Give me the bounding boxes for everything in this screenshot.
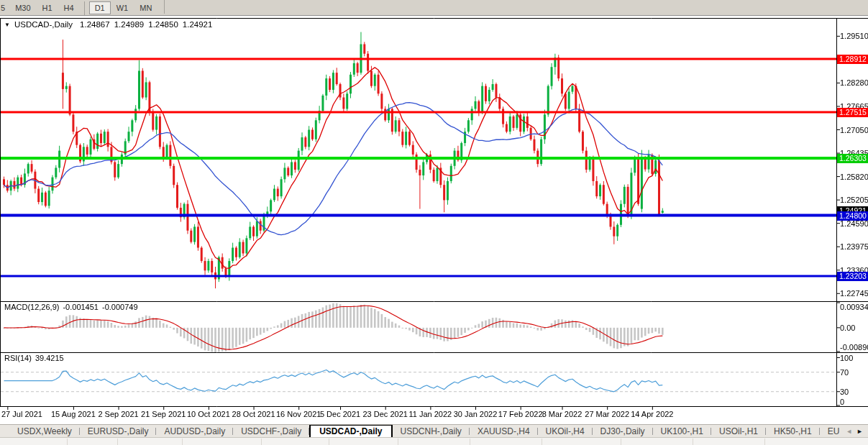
chart-tab[interactable]: XAUUSD-,H4 (470, 425, 538, 438)
rsi-indicator-label: RSI(14)39.4215 (4, 354, 68, 362)
status-separator (182, 439, 183, 445)
chart-tabbar: USDX,WeeklyEURUSD-,DailyAUDUSD-,DailyUSD… (0, 424, 868, 438)
chart-tab[interactable]: USDCHF-,Daily (233, 425, 309, 438)
timeframe-button-label: W1 (117, 4, 129, 12)
date-label: 15 Aug 2021 (51, 410, 96, 418)
rsi-value: 39.4215 (35, 354, 64, 362)
chart-symbol-label: USDCAD-,Daily (14, 20, 73, 29)
timeframe-button[interactable]: M30 (9, 1, 36, 14)
chart-canvas[interactable] (0, 0, 868, 445)
status-separator (470, 439, 470, 445)
chart-tab[interactable]: UKOil-,H4 (538, 425, 593, 438)
status-separator (693, 439, 693, 445)
chart-tab[interactable]: DJ30-,Daily (593, 425, 653, 438)
status-separator (117, 439, 118, 445)
ohlc-close: 1.24921 (183, 20, 213, 29)
macd-tick-label: -0.008902 (840, 343, 868, 352)
status-separator (398, 439, 398, 445)
status-separator (621, 439, 621, 445)
chevron-down-icon[interactable]: ▼ (4, 22, 10, 28)
chart-tab[interactable]: HK50-,H1 (766, 425, 820, 438)
date-label: 21 Sep 2021 (141, 410, 186, 418)
timeframe-button[interactable]: 5 (0, 1, 9, 14)
date-label: 14 Apr 2022 (631, 410, 673, 418)
chart-tab-label: HK50-,H1 (774, 426, 812, 436)
price-level-badge: 1.26303 (837, 154, 868, 163)
timeframe-toolbar: 5 M30 H1 H4 D1 W1 MN (0, 0, 868, 16)
chart-tab-label: USOil-,H1 (719, 426, 758, 436)
chart-tab[interactable]: UK100-,H1 (653, 425, 711, 438)
chart-tab-label: USDCAD-,Daily (319, 426, 382, 436)
date-label: 28 Oct 2021 (232, 410, 275, 418)
chart-tab[interactable]: USDX,Weekly (9, 425, 80, 438)
price-level-badge: 1.28912 (837, 55, 868, 64)
timeframe-button[interactable]: W1 (111, 1, 134, 14)
timeframe-button-label: H1 (42, 4, 52, 12)
date-label: 23 Dec 2021 (362, 410, 407, 418)
rsi-tick-label: 70 (840, 368, 849, 377)
chart-title: ▼ USDCAD-,Daily 1.24867 1.24989 1.24850 … (4, 20, 216, 29)
ohlc-high: 1.24989 (114, 20, 145, 29)
timeframe-button-label: D1 (95, 4, 105, 12)
tabs-scroll-left-icon[interactable]: ◄ (844, 428, 854, 435)
timeframe-button[interactable]: MN (134, 1, 157, 14)
price-tick-label: 1.25205 (840, 196, 868, 204)
rsi-tick-label: 100 (840, 354, 853, 362)
price-tick-label: 1.25820 (840, 173, 868, 181)
date-label: 27 Jul 2021 (1, 410, 42, 418)
chart-tab-label: DJ30-,Daily (600, 426, 645, 436)
date-label: 17 Feb 2022 (498, 410, 543, 418)
timeframe-button-label: M30 (15, 4, 30, 12)
chart-tab[interactable]: USOil-,H1 (711, 425, 766, 438)
price-tick-label: 1.22745 (840, 289, 868, 298)
status-separator (261, 439, 262, 445)
status-separator (329, 439, 329, 445)
chart-tab-label: EURUSD-,Daily (88, 426, 149, 436)
chart-tab-label: USDCHF-,Daily (241, 426, 301, 436)
chart-tab-label: USDX,Weekly (17, 426, 72, 436)
date-label: 11 Jan 2022 (408, 410, 452, 418)
date-label: 2 Sep 2021 (98, 410, 138, 418)
rsi-tick-label: 0 (840, 398, 844, 406)
chart-tab[interactable]: USDCNH-,Daily (393, 425, 470, 438)
chart-tab[interactable]: USDCAD-,Daily (309, 425, 392, 438)
status-separator (542, 439, 542, 445)
macd-tick-label: 0.00 (840, 324, 855, 332)
price-tick-label: 1.28280 (840, 78, 868, 87)
rsi-tick-label: 30 (840, 387, 849, 396)
chart-tab-label: UKOil-,H4 (546, 426, 585, 436)
chart-tab-label: EU (828, 426, 840, 436)
price-tick-label: 1.27050 (840, 126, 868, 134)
price-tick-label: 1.23975 (840, 242, 868, 251)
price-level-badge: 1.23203 (837, 272, 868, 281)
timeframe-button-label: 5 (1, 4, 5, 12)
chart-tab[interactable]: EURUSD-,Daily (80, 425, 157, 438)
macd-name: MACD(12,26,9) (4, 303, 59, 311)
status-separator (764, 439, 765, 445)
date-label: 5 Dec 2021 (320, 410, 360, 418)
timeframe-button[interactable]: H1 (37, 1, 58, 14)
date-label: 8 Mar 2022 (542, 410, 583, 418)
trading-platform-window: 5 M30 H1 H4 D1 W1 MN ▼ USDCAD-,Daily 1.2… (0, 0, 868, 445)
status-bar (0, 437, 868, 445)
timeframe-button[interactable]: H4 (58, 1, 80, 14)
status-separator (67, 439, 68, 445)
tabs-scroll-right-icon[interactable]: ► (854, 428, 865, 435)
macd-value-signal: -0.000749 (102, 303, 138, 311)
tab-scroll-controls: ◄ ► (842, 425, 868, 438)
timeframe-button-label: H4 (64, 4, 74, 12)
date-label: 16 Nov 2021 (276, 410, 321, 418)
chart-tab-label: AUDUSD-,Daily (164, 426, 225, 436)
timeframe-button[interactable]: D1 (89, 1, 111, 14)
date-label: 30 Jan 2022 (454, 410, 498, 418)
rsi-name: RSI(14) (4, 354, 32, 362)
chart-tab[interactable]: EU (820, 425, 842, 438)
price-level-badge: 1.24800 (837, 211, 868, 221)
macd-value-main: -0.001451 (63, 303, 99, 311)
chart-tab[interactable]: AUDUSD-,Daily (156, 425, 233, 438)
timeframe-button-label: MN (140, 4, 152, 12)
ohlc-open: 1.24867 (80, 20, 110, 29)
date-label: 10 Oct 2021 (187, 410, 230, 418)
price-level-badge: 1.27515 (837, 108, 868, 117)
price-tick-label: 1.29510 (840, 32, 868, 40)
